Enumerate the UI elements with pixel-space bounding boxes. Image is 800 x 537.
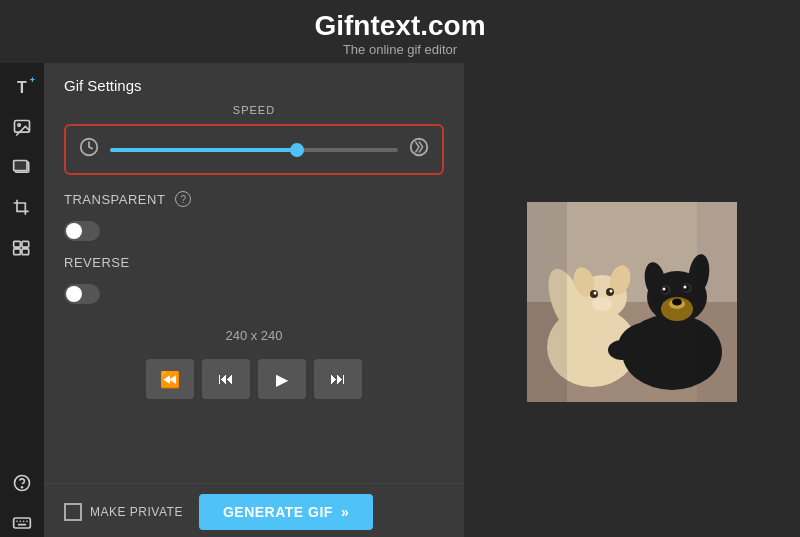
svg-point-26 (594, 291, 597, 294)
rewind-button[interactable]: ⏪ (146, 359, 194, 399)
settings-section: SPEED (44, 104, 464, 318)
toolbar-item-text[interactable]: T + (5, 71, 39, 105)
svg-point-45 (608, 340, 636, 360)
transparent-toggle[interactable] (64, 221, 100, 241)
transparent-row: TRANSPARENT ? (64, 191, 444, 207)
speed-slider-fill (110, 148, 297, 152)
svg-rect-5 (22, 241, 29, 247)
generate-gif-label: GENERATE GIF (223, 504, 333, 520)
speed-control (64, 124, 444, 175)
text-tool-icon: T (17, 79, 27, 97)
transparent-toggle-knob (66, 223, 82, 239)
left-toolbar: T + (0, 63, 44, 537)
make-private-label: MAKE PRIVATE (90, 505, 183, 519)
svg-point-43 (672, 298, 682, 305)
svg-rect-3 (14, 161, 27, 171)
svg-rect-47 (697, 202, 737, 402)
svg-rect-4 (14, 241, 21, 247)
generate-gif-button[interactable]: GENERATE GIF » (199, 494, 373, 530)
svg-point-28 (610, 289, 613, 292)
make-private-checkbox[interactable] (64, 503, 82, 521)
toolbar-item-keyboard[interactable] (5, 506, 39, 537)
svg-point-41 (684, 285, 687, 288)
reverse-label: REVERSE (64, 255, 130, 270)
reverse-row: REVERSE (64, 255, 444, 270)
dimensions-text: 240 x 240 (44, 328, 464, 343)
svg-rect-46 (527, 202, 567, 402)
toolbar-item-frames[interactable] (5, 231, 39, 265)
main-layout: T + (0, 63, 800, 537)
speed-slider-thumb (290, 143, 304, 157)
add-badge: + (30, 75, 35, 85)
transparent-label: TRANSPARENT (64, 192, 165, 207)
gif-preview (527, 202, 737, 402)
svg-rect-10 (14, 518, 31, 528)
toolbar-item-image[interactable] (5, 111, 39, 145)
gif-settings-title: Gif Settings (44, 63, 464, 104)
svg-point-38 (663, 287, 666, 290)
toolbar-item-crop[interactable] (5, 191, 39, 225)
svg-rect-6 (14, 249, 21, 255)
keyboard-icon (12, 513, 32, 533)
image-icon (12, 118, 32, 138)
transparent-help-icon[interactable]: ? (175, 191, 191, 207)
bottom-bar: MAKE PRIVATE GENERATE GIF » (44, 483, 464, 537)
play-button[interactable]: ▶ (258, 359, 306, 399)
svg-rect-7 (22, 249, 29, 255)
speed-label: SPEED (64, 104, 444, 116)
toolbar-item-help[interactable] (5, 466, 39, 500)
make-private[interactable]: MAKE PRIVATE (64, 503, 183, 521)
next-frame-button[interactable]: ⏭ (314, 359, 362, 399)
center-panel: Gif Settings SPEED (44, 63, 464, 537)
prev-frame-button[interactable]: ⏮ (202, 359, 250, 399)
playback-controls: ⏪ ⏮ ▶ ⏭ (44, 359, 464, 415)
svg-point-30 (592, 297, 612, 311)
crop-icon (12, 198, 32, 218)
speed-slow-icon (78, 136, 100, 163)
right-panel (464, 63, 800, 537)
transparent-toggle-row (64, 221, 444, 241)
header: Gifntext.com The online gif editor (0, 0, 800, 63)
reverse-toggle-row (64, 284, 444, 304)
help-icon (12, 473, 32, 493)
layers-icon (12, 158, 32, 178)
reverse-toggle-knob (66, 286, 82, 302)
generate-gif-icon: » (341, 504, 349, 520)
reverse-toggle[interactable] (64, 284, 100, 304)
speed-slider[interactable] (110, 148, 398, 152)
site-subtitle: The online gif editor (0, 42, 800, 57)
frames-icon (12, 238, 32, 258)
toolbar-item-layers[interactable] (5, 151, 39, 185)
speed-fast-icon (408, 136, 430, 163)
preview-image (527, 202, 737, 402)
site-title: Gifntext.com (0, 10, 800, 42)
svg-point-1 (18, 124, 20, 127)
